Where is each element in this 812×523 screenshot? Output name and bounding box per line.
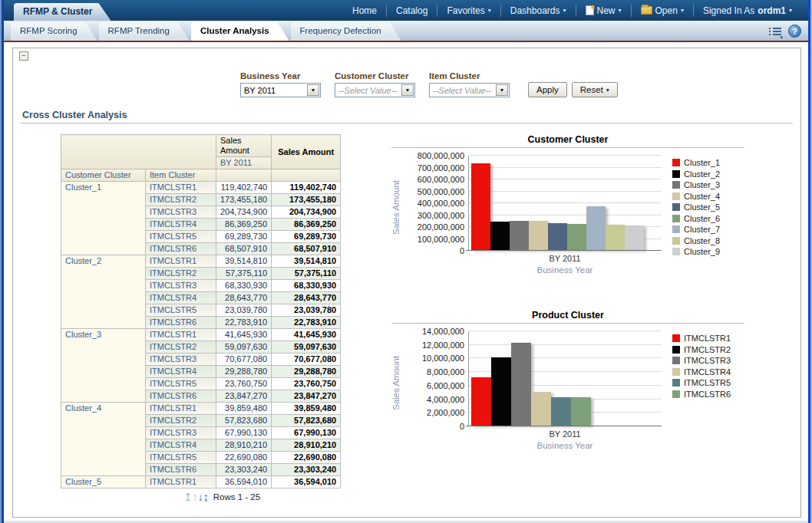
customer-cluster-header: Customer Cluster xyxy=(61,169,146,182)
page-first-icon: ↥ xyxy=(183,491,193,503)
legend-item: ITMCLSTR4 xyxy=(672,367,731,378)
item-cluster-cell[interactable]: ITMCLSTR5 xyxy=(146,231,216,243)
y-tick-label: 600,000,000 xyxy=(418,175,464,184)
prompt-select[interactable]: BY 2011 xyxy=(240,83,321,97)
bar-itmclstr1[interactable] xyxy=(471,377,491,426)
customer-cluster-cell[interactable]: Cluster_3 xyxy=(61,329,146,403)
apply-button[interactable]: Apply xyxy=(528,82,567,97)
bar-cluster_8[interactable] xyxy=(606,225,625,250)
customer-cluster-cell[interactable]: Cluster_4 xyxy=(61,403,146,476)
y-tick-label: 12,000,000 xyxy=(422,340,464,350)
bar-cluster_1[interactable] xyxy=(471,163,490,250)
bar-cluster_3[interactable] xyxy=(510,221,529,250)
item-cluster-cell[interactable]: ITMCLSTR2 xyxy=(146,194,216,206)
item-cluster-cell[interactable]: ITMCLSTR5 xyxy=(146,304,216,317)
y-tick-label: 800,000,000 xyxy=(418,151,464,160)
prompt-label: Business Year xyxy=(240,71,321,81)
sales-amount-cell: 39,859,480 xyxy=(216,403,272,415)
menu-item-favorites[interactable]: Favorites▾ xyxy=(437,5,500,17)
item-cluster-cell[interactable]: ITMCLSTR5 xyxy=(146,452,216,464)
sales-amount-total-cell: 23,760,750 xyxy=(272,378,341,390)
menu-item-home[interactable]: Home xyxy=(343,5,387,17)
tab-cluster-analysis[interactable]: Cluster Analysis xyxy=(191,22,289,41)
bar-cluster_6[interactable] xyxy=(567,224,586,250)
item-cluster-cell[interactable]: ITMCLSTR4 xyxy=(146,439,216,452)
help-icon[interactable]: ? xyxy=(788,25,801,38)
chevron-down-icon: ▾ xyxy=(563,5,566,17)
item-cluster-cell[interactable]: ITMCLSTR4 xyxy=(146,219,216,231)
legend-item: ITMCLSTR2 xyxy=(672,344,731,356)
item-cluster-cell[interactable]: ITMCLSTR1 xyxy=(146,255,216,268)
bar-cluster_7[interactable] xyxy=(586,206,606,250)
item-cluster-cell[interactable]: ITMCLSTR1 xyxy=(146,329,216,341)
sales-amount-cell: 204,734,900 xyxy=(216,206,272,219)
menu-item-catalog[interactable]: Catalog xyxy=(387,5,437,17)
bar-itmclstr2[interactable] xyxy=(491,357,511,426)
bar-itmclstr5[interactable] xyxy=(551,397,571,426)
menu-item-signed-in-as[interactable]: Signed In Asordm1▾ xyxy=(694,5,801,17)
collapse-section-icon[interactable]: − xyxy=(19,51,28,61)
chevron-down-icon: ▾ xyxy=(606,87,609,94)
menu-item-dashboards[interactable]: Dashboards▾ xyxy=(501,5,576,17)
chart-legend: ITMCLSTR1ITMCLSTR2ITMCLSTR3ITMCLSTR4ITMC… xyxy=(672,331,731,400)
customer-cluster-cell[interactable]: Cluster_5 xyxy=(61,476,146,488)
page-all-rows-icon[interactable]: ↨ xyxy=(203,491,209,503)
item-cluster-cell[interactable]: ITMCLSTR6 xyxy=(146,464,216,476)
customer-cluster-cell[interactable]: Cluster_2 xyxy=(61,255,146,329)
item-cluster-cell[interactable]: ITMCLSTR6 xyxy=(146,390,216,403)
sales-amount-total-cell: 119,402,740 xyxy=(272,182,341,194)
bar-cluster_9[interactable] xyxy=(625,225,644,250)
customer-cluster-cell[interactable]: Cluster_1 xyxy=(61,182,146,255)
menu-item-new[interactable]: New▾ xyxy=(576,5,632,17)
bar-itmclstr6[interactable] xyxy=(571,397,591,426)
item-cluster-cell[interactable]: ITMCLSTR2 xyxy=(146,341,216,354)
dashboard-title-tab[interactable]: RFMP & Cluster xyxy=(14,3,111,21)
item-cluster-cell[interactable]: ITMCLSTR3 xyxy=(146,427,216,439)
sales-amount-total-cell: 68,507,910 xyxy=(272,243,341,255)
page-down-icon[interactable]: ↓ xyxy=(198,491,203,503)
tab-frequency-defection[interactable]: Frequency Defection xyxy=(291,22,401,41)
tab-rfmp-trending[interactable]: RFMP Trending xyxy=(99,22,190,41)
item-cluster-cell[interactable]: ITMCLSTR4 xyxy=(146,366,216,378)
item-cluster-cell[interactable]: ITMCLSTR1 xyxy=(146,182,216,194)
bar-cluster_2[interactable] xyxy=(490,222,510,250)
item-cluster-cell[interactable]: ITMCLSTR4 xyxy=(146,292,216,304)
page-options-icon[interactable] xyxy=(769,26,781,36)
item-cluster-cell[interactable]: ITMCLSTR6 xyxy=(146,317,216,329)
item-cluster-cell[interactable]: ITMCLSTR5 xyxy=(146,378,216,390)
item-cluster-cell[interactable]: ITMCLSTR2 xyxy=(146,415,216,427)
y-tick-label: 500,000,000 xyxy=(418,187,464,196)
legend-label: Cluster_3 xyxy=(684,180,720,189)
item-cluster-cell[interactable]: ITMCLSTR1 xyxy=(146,476,216,488)
sales-amount-cell: 41,645,930 xyxy=(216,329,272,341)
item-cluster-cell[interactable]: ITMCLSTR1 xyxy=(146,403,216,415)
sales-amount-total-cell: 23,039,780 xyxy=(272,304,341,317)
item-cluster-cell[interactable]: ITMCLSTR2 xyxy=(146,268,216,280)
legend-item: Cluster_2 xyxy=(672,169,720,180)
legend-item: Cluster_6 xyxy=(672,213,720,225)
menu-item-open[interactable]: Open▾ xyxy=(632,5,694,17)
menu-item-label: Signed In As xyxy=(703,5,754,17)
bar-itmclstr4[interactable] xyxy=(531,392,551,426)
legend-swatch xyxy=(672,379,680,386)
item-cluster-cell[interactable]: ITMCLSTR3 xyxy=(146,280,216,292)
legend-label: Cluster_1 xyxy=(684,158,720,167)
sales-amount-cell: 23,303,240 xyxy=(216,464,272,476)
item-cluster-cell[interactable]: ITMCLSTR3 xyxy=(146,206,216,219)
y-tick-label: 300,000,000 xyxy=(418,211,464,220)
legend-swatch xyxy=(672,215,680,222)
legend-swatch xyxy=(672,368,680,376)
reset-button[interactable]: Reset▾ xyxy=(572,82,618,97)
menu-item-label: Catalog xyxy=(396,5,427,17)
bar-cluster_5[interactable] xyxy=(548,223,567,250)
tab-rfmp-scoring[interactable]: RFMP Scoring xyxy=(11,22,97,41)
gridline xyxy=(469,167,662,168)
item-cluster-cell[interactable]: ITMCLSTR3 xyxy=(146,354,216,366)
prompt-select[interactable]: --Select Value-- xyxy=(429,83,510,97)
item-cluster-cell[interactable]: ITMCLSTR6 xyxy=(146,243,216,255)
bar-itmclstr3[interactable] xyxy=(511,343,531,426)
legend-item: Cluster_9 xyxy=(672,246,720,258)
y-tick-label: 14,000,000 xyxy=(422,327,464,336)
prompt-select[interactable]: --Select Value-- xyxy=(335,83,415,97)
bar-cluster_4[interactable] xyxy=(529,221,548,250)
